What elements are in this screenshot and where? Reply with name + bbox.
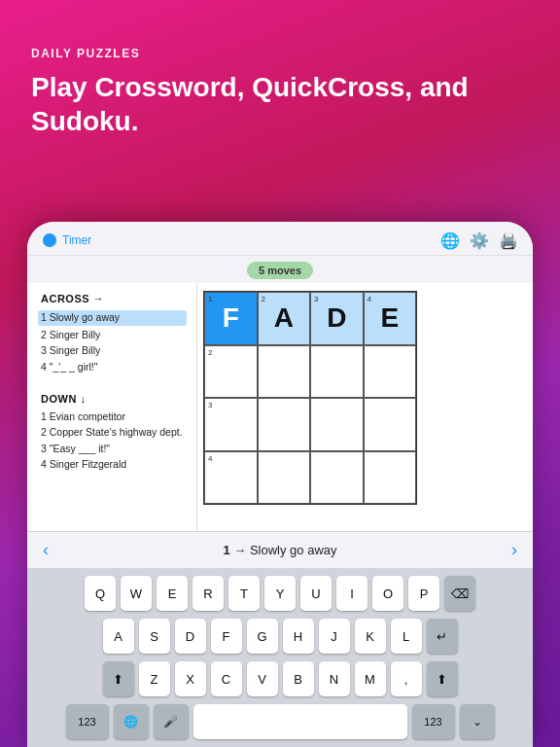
grid-cell-0-3[interactable]: 4 E bbox=[364, 292, 417, 345]
grid-cell-0-1[interactable]: 2 A bbox=[258, 292, 311, 345]
keyboard-row-3: ⬆ Z X C V B N M , ⬆ bbox=[31, 661, 529, 696]
cell-number: 2 bbox=[262, 295, 265, 303]
grid-cell-2-0[interactable]: 3 bbox=[204, 398, 258, 451]
cell-letter: F bbox=[223, 304, 239, 332]
clues-panel: ACROSS → 1 Slowly go away 2 Singer Billy… bbox=[27, 283, 197, 531]
key-z[interactable]: Z bbox=[139, 661, 170, 696]
grid-cell-1-0[interactable]: 2 bbox=[204, 345, 258, 399]
prev-clue-button[interactable]: ‹ bbox=[43, 540, 49, 560]
key-w[interactable]: W bbox=[121, 576, 152, 611]
key-l[interactable]: L bbox=[391, 619, 422, 654]
timer-dot-icon bbox=[43, 233, 56, 247]
clue-across-3[interactable]: 3 Singer Billy bbox=[41, 344, 187, 358]
key-u[interactable]: U bbox=[300, 576, 332, 611]
key-d[interactable]: D bbox=[175, 619, 206, 654]
device-mockup: Timer 🌐 ⚙️ 🖨️ 5 moves ACROSS → 1 Slowly … bbox=[27, 222, 533, 747]
down-title: DOWN ↓ bbox=[41, 393, 187, 405]
key-x[interactable]: X bbox=[175, 661, 206, 696]
key-r[interactable]: R bbox=[192, 576, 224, 611]
grid-cell-3-2[interactable] bbox=[310, 451, 364, 505]
key-m[interactable]: M bbox=[355, 661, 386, 696]
cell-number: 2 bbox=[208, 348, 212, 357]
clue-across-1[interactable]: 1 Slowly go away bbox=[38, 310, 187, 326]
print-icon[interactable]: 🖨️ bbox=[500, 231, 517, 249]
clue-across-4[interactable]: 4 "_'_ _ girl!" bbox=[41, 361, 187, 374]
grid-cell-2-2[interactable] bbox=[310, 398, 364, 451]
next-clue-button[interactable]: › bbox=[511, 540, 517, 560]
key-k[interactable]: K bbox=[355, 619, 386, 654]
key-j[interactable]: J bbox=[319, 619, 350, 654]
cell-number: 4 bbox=[368, 295, 371, 303]
marketing-title: Play Crossword, QuickCross, and Sudoku. bbox=[31, 70, 529, 138]
key-s[interactable]: S bbox=[139, 619, 170, 654]
bottom-clue-text: 1 → Slowly go away bbox=[223, 543, 336, 557]
key-n[interactable]: N bbox=[319, 661, 350, 696]
key-f[interactable]: F bbox=[211, 619, 242, 654]
gear-icon[interactable]: ⚙️ bbox=[471, 231, 488, 249]
key-shift-left[interactable]: ⬆ bbox=[103, 661, 134, 696]
key-i[interactable]: I bbox=[336, 576, 368, 611]
cell-number: 1 bbox=[208, 295, 212, 303]
keyboard-row-2: A S D F G H J K L ↵ bbox=[31, 619, 529, 654]
key-return[interactable]: ↵ bbox=[427, 619, 458, 654]
bottom-clue-bar: ‹ 1 → Slowly go away › bbox=[27, 531, 533, 568]
cell-letter: E bbox=[380, 304, 399, 332]
key-delete[interactable]: ⌫ bbox=[444, 576, 475, 611]
clue-across-2[interactable]: 2 Singer Billy bbox=[41, 329, 187, 342]
grid-cell-0-2[interactable]: 3 D bbox=[310, 292, 364, 345]
cell-number: 3 bbox=[314, 295, 318, 303]
app-header: Timer 🌐 ⚙️ 🖨️ bbox=[27, 222, 533, 256]
keyboard-row-1: Q W E R T Y U I O P ⌫ bbox=[31, 576, 529, 611]
timer-label: Timer bbox=[62, 233, 91, 247]
key-mic[interactable]: 🎤 bbox=[154, 704, 189, 739]
keyboard-bottom-row: 123 🌐 🎤 123 ⌄ bbox=[31, 704, 529, 739]
key-g[interactable]: G bbox=[247, 619, 278, 654]
clue-down-2[interactable]: 2 Copper State's highway dept. bbox=[41, 426, 187, 440]
moves-badge-container: 5 moves bbox=[27, 256, 533, 283]
cell-number: 3 bbox=[208, 401, 212, 409]
key-q[interactable]: Q bbox=[85, 576, 116, 611]
key-numbers-right[interactable]: 123 bbox=[412, 704, 455, 739]
grid-cell-2-1[interactable] bbox=[258, 398, 311, 451]
key-e[interactable]: E bbox=[157, 576, 188, 611]
marketing-label: DAILY PUZZLES bbox=[31, 47, 529, 60]
key-numbers[interactable]: 123 bbox=[66, 704, 109, 739]
grid-cell-2-3[interactable] bbox=[364, 398, 417, 451]
across-title: ACROSS → bbox=[41, 293, 187, 304]
key-space[interactable] bbox=[193, 704, 407, 739]
cell-letter: D bbox=[327, 304, 346, 332]
moves-badge: 5 moves bbox=[247, 262, 313, 279]
clue-down-4[interactable]: 4 Singer Fitzgerald bbox=[41, 458, 187, 472]
key-hide-keyboard[interactable]: ⌄ bbox=[460, 704, 495, 739]
clue-down-1[interactable]: 1 Evian competitor bbox=[41, 410, 187, 424]
keyboard: Q W E R T Y U I O P ⌫ A S D F G H J K L … bbox=[27, 568, 533, 747]
grid-container: 1 F 2 A 3 D 4 E 2 bbox=[197, 283, 533, 531]
key-a[interactable]: A bbox=[103, 619, 134, 654]
grid-cell-0-0[interactable]: 1 F bbox=[204, 292, 258, 345]
grid-cell-3-1[interactable] bbox=[258, 451, 311, 505]
grid-cell-1-2[interactable] bbox=[310, 345, 364, 399]
bottom-clue-number: 1 → bbox=[223, 543, 246, 557]
cell-number: 4 bbox=[208, 454, 212, 463]
header-left: Timer bbox=[43, 233, 91, 247]
crossword-grid: 1 F 2 A 3 D 4 E 2 bbox=[203, 291, 417, 505]
grid-cell-3-0[interactable]: 4 bbox=[204, 451, 258, 505]
grid-cell-3-3[interactable] bbox=[364, 451, 417, 505]
globe-icon[interactable]: 🌐 bbox=[441, 231, 459, 249]
key-emoji[interactable]: 🌐 bbox=[114, 704, 149, 739]
key-b[interactable]: B bbox=[283, 661, 314, 696]
key-y[interactable]: Y bbox=[264, 576, 296, 611]
key-t[interactable]: T bbox=[228, 576, 260, 611]
marketing-section: DAILY PUZZLES Play Crossword, QuickCross… bbox=[0, 0, 560, 161]
key-o[interactable]: O bbox=[372, 576, 403, 611]
puzzle-area: ACROSS → 1 Slowly go away 2 Singer Billy… bbox=[27, 283, 533, 531]
key-v[interactable]: V bbox=[247, 661, 278, 696]
clue-down-3[interactable]: 3 "Easy ___ it!" bbox=[41, 443, 187, 456]
grid-cell-1-1[interactable] bbox=[258, 345, 311, 399]
key-c[interactable]: C bbox=[211, 661, 242, 696]
key-p[interactable]: P bbox=[408, 576, 439, 611]
grid-cell-1-3[interactable] bbox=[364, 345, 417, 399]
key-comma[interactable]: , bbox=[391, 661, 422, 696]
key-h[interactable]: H bbox=[283, 619, 314, 654]
key-shift-right[interactable]: ⬆ bbox=[427, 661, 458, 696]
